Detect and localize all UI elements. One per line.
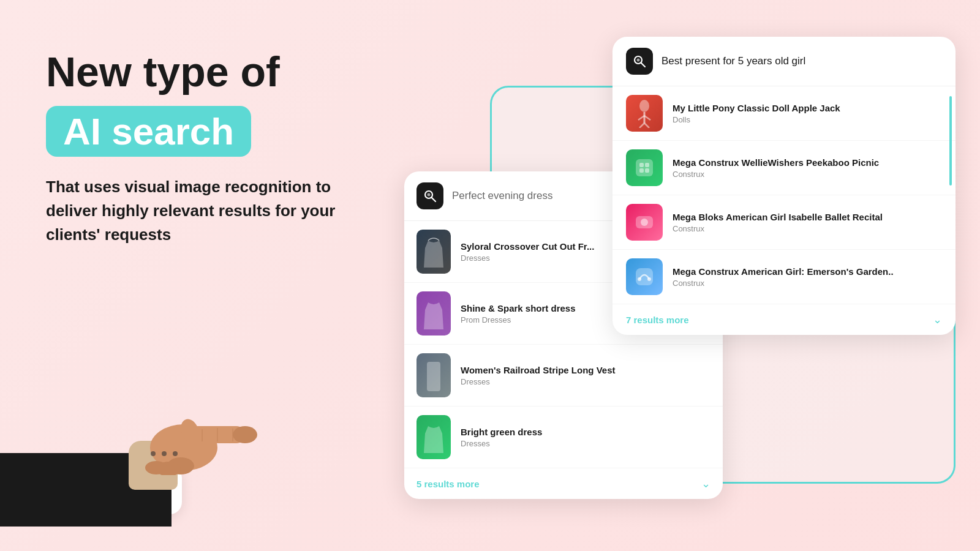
- svg-rect-30: [645, 168, 649, 173]
- toy-item-1[interactable]: My Little Pony Classic Doll Apple Jack D…: [612, 86, 956, 141]
- toy-name-1: My Little Pony Classic Doll Apple Jack: [673, 103, 840, 113]
- svg-line-25: [644, 123, 649, 128]
- toy-name-4: Mega Construx American Girl: Emerson's G…: [673, 266, 894, 277]
- dress-search-text: Perfect evening dress: [452, 190, 552, 202]
- right-area: Perfect evening dress Syloral Crossover …: [404, 37, 956, 520]
- left-section: New type of AI search That uses visual i…: [46, 49, 364, 247]
- dress-chevron-icon: ⌄: [701, 477, 710, 490]
- dress-info-3: Women's Railroad Stripe Long Vest Dresse…: [461, 365, 616, 386]
- toy-more-text: 7 results more: [626, 315, 689, 325]
- svg-point-15: [428, 193, 431, 197]
- dress-info-4: Bright green dress Dresses: [461, 427, 542, 448]
- toy-cat-2: Construx: [673, 170, 879, 179]
- svg-point-35: [647, 277, 651, 281]
- toy-more-results[interactable]: 7 results more ⌄: [612, 304, 956, 335]
- svg-line-18: [641, 63, 646, 67]
- svg-point-32: [641, 219, 648, 226]
- toy-info-2: Mega Construx WellieWishers Peekaboo Pic…: [673, 157, 879, 179]
- svg-point-12: [173, 451, 178, 456]
- svg-point-5: [145, 461, 167, 474]
- headline-line1: New type of: [46, 48, 280, 95]
- dress-img-4: [417, 415, 451, 459]
- dress-cat-2: Prom Dresses: [461, 315, 576, 324]
- toy-cat-4: Construx: [673, 279, 894, 288]
- dress-name-1: Syloral Crossover Cut Out Fr...: [461, 241, 594, 252]
- dress-img-1: [417, 230, 451, 274]
- ai-badge: AI search: [46, 106, 251, 157]
- dress-more-text: 5 results more: [417, 479, 480, 489]
- toy-search-icon: [626, 48, 653, 75]
- toy-img-3: [626, 204, 663, 241]
- svg-point-2: [233, 426, 257, 443]
- svg-rect-28: [645, 163, 649, 167]
- toy-search-bar[interactable]: Best present for 5 years old girl: [612, 37, 956, 86]
- svg-rect-16: [427, 362, 440, 391]
- dress-name-3: Women's Railroad Stripe Long Vest: [461, 365, 616, 375]
- scroll-indicator: [949, 96, 952, 186]
- toy-img-1: [626, 95, 663, 132]
- svg-point-34: [638, 277, 641, 281]
- dress-img-3: [417, 353, 451, 397]
- toy-cat-3: Construx: [673, 224, 883, 233]
- svg-point-20: [639, 100, 649, 112]
- toy-info-4: Mega Construx American Girl: Emerson's G…: [673, 266, 894, 288]
- toy-search-text: Best present for 5 years old girl: [662, 55, 805, 67]
- dress-name-4: Bright green dress: [461, 427, 542, 437]
- toy-img-4: [626, 258, 663, 295]
- dress-name-2: Shine & Spark short dress: [461, 303, 576, 313]
- toy-chevron-icon: ⌄: [933, 313, 942, 326]
- headline: New type of: [46, 49, 364, 95]
- dress-search-icon: [417, 182, 443, 209]
- subtitle: That uses visual image recognition to de…: [46, 175, 340, 247]
- ai-label: AI search: [63, 110, 234, 152]
- svg-rect-26: [636, 159, 653, 176]
- toy-img-2: [626, 149, 663, 186]
- toy-info-3: Mega Bloks American Girl Isabelle Ballet…: [673, 212, 883, 233]
- toy-name-3: Mega Bloks American Girl Isabelle Ballet…: [673, 212, 883, 222]
- svg-line-24: [639, 123, 644, 128]
- toy-info-1: My Little Pony Classic Doll Apple Jack D…: [673, 103, 840, 124]
- dress-cat-3: Dresses: [461, 377, 616, 386]
- svg-point-10: [151, 451, 156, 456]
- dress-cat-4: Dresses: [461, 439, 542, 448]
- toy-panel: Best present for 5 years old girl My Lit…: [612, 37, 956, 335]
- toy-cat-1: Dolls: [673, 115, 840, 124]
- dress-info-1: Syloral Crossover Cut Out Fr... Dresses: [461, 241, 594, 263]
- toy-item-4[interactable]: Mega Construx American Girl: Emerson's G…: [612, 250, 956, 304]
- dress-img-2: [417, 291, 451, 335]
- dress-item-4[interactable]: Bright green dress Dresses: [404, 407, 723, 468]
- svg-line-14: [432, 198, 436, 202]
- svg-point-19: [637, 59, 640, 62]
- toy-item-3[interactable]: Mega Bloks American Girl Isabelle Ballet…: [612, 195, 956, 250]
- dress-info-2: Shine & Spark short dress Prom Dresses: [461, 303, 576, 324]
- svg-rect-33: [636, 268, 653, 285]
- hand: [135, 395, 257, 478]
- dress-item-3[interactable]: Women's Railroad Stripe Long Vest Dresse…: [404, 345, 723, 407]
- svg-rect-27: [639, 163, 644, 167]
- toy-item-2[interactable]: Mega Construx WellieWishers Peekaboo Pic…: [612, 141, 956, 195]
- dress-more-results[interactable]: 5 results more ⌄: [404, 468, 723, 499]
- svg-rect-29: [639, 168, 644, 173]
- svg-point-11: [162, 451, 167, 456]
- dress-cat-1: Dresses: [461, 253, 594, 263]
- toy-name-2: Mega Construx WellieWishers Peekaboo Pic…: [673, 157, 879, 168]
